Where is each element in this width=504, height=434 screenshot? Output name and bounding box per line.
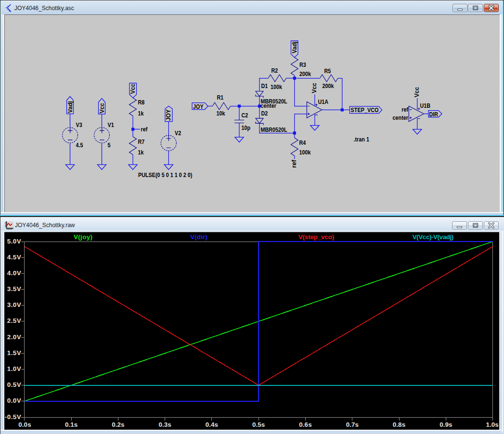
svg-text:Vcc: Vcc [129,83,136,94]
svg-text:R4: R4 [299,140,306,146]
svg-text:4.5V: 4.5V [7,254,21,261]
svg-text:R2: R2 [271,67,278,74]
svg-text:200k: 200k [299,71,311,77]
svg-text:1k: 1k [138,110,144,117]
svg-text:3.0V: 3.0V [7,301,21,308]
svg-text:100k: 100k [299,149,311,156]
svg-text:10p: 10p [242,125,251,131]
svg-text:2.0V: 2.0V [7,333,21,341]
svg-text:V(dir): V(dir) [190,233,207,241]
svg-text:1.5V: 1.5V [7,349,21,357]
svg-text:1k: 1k [138,149,144,156]
svg-text:Vcc: Vcc [99,103,105,114]
svg-text:R7: R7 [138,139,145,145]
svg-text:R1: R1 [217,94,224,101]
svg-text:JOY: JOY [165,109,172,121]
svg-text:0.5V: 0.5V [7,381,21,388]
svg-text:4.5: 4.5 [76,142,83,149]
svg-text:0.0s: 0.0s [18,421,31,428]
svg-text:1.0s: 1.0s [486,421,498,428]
svg-text:2.5V: 2.5V [7,317,21,324]
svg-text:V(joy): V(joy) [74,233,92,241]
svg-text:Vcc: Vcc [311,83,318,93]
svg-text:D2: D2 [261,110,268,117]
svg-text:0.9s: 0.9s [439,421,452,428]
svg-text:0.1s: 0.1s [65,421,78,428]
svg-text:.tran 1: .tran 1 [354,136,370,143]
svg-text:U1B: U1B [420,102,431,109]
svg-text:V(step_vco): V(step_vco) [298,233,335,241]
svg-text:V2: V2 [175,130,181,137]
svg-text:R3: R3 [299,62,306,68]
svg-text:U1A: U1A [318,99,329,105]
svg-text:R8: R8 [138,99,145,106]
svg-text:V3: V3 [76,122,82,128]
svg-text:0.4s: 0.4s [206,421,218,428]
svg-text:-0.5V: -0.5V [5,413,21,421]
svg-text:ref: ref [291,159,297,168]
svg-text:STEP_VCO: STEP_VCO [351,107,379,114]
svg-text:R5: R5 [324,68,331,75]
svg-text:200k: 200k [323,83,334,89]
svg-text:V1: V1 [108,122,114,128]
svg-text:Vadj: Vadj [291,41,298,53]
svg-text:100k: 100k [271,84,282,90]
svg-text:D1: D1 [261,83,268,89]
svg-text:4.0V: 4.0V [7,269,21,277]
svg-text:0.2s: 0.2s [112,421,124,428]
svg-text:ref: ref [141,126,148,133]
svg-text:PULSE(0 5 0 1 1 0 2 0): PULSE(0 5 0 1 1 0 2 0) [138,172,192,179]
svg-text:center: center [261,102,277,109]
svg-text:0.8s: 0.8s [393,421,405,428]
svg-text:V(Vcc)-V(vadj): V(Vcc)-V(vadj) [413,233,454,241]
svg-text:center: center [393,115,409,121]
svg-text:Vcc: Vcc [414,87,420,97]
svg-text:Vadj: Vadj [67,101,74,113]
svg-text:DIR: DIR [429,111,439,118]
svg-text:0.0V: 0.0V [7,397,21,404]
svg-text:0.5s: 0.5s [252,421,265,428]
svg-text:10k: 10k [217,110,225,117]
svg-text:3.5V: 3.5V [7,285,21,293]
svg-text:C2: C2 [242,112,248,119]
svg-text:0.6s: 0.6s [299,421,311,428]
svg-text:5: 5 [108,142,111,149]
svg-text:ref: ref [401,106,409,113]
svg-text:5.0V: 5.0V [7,238,21,245]
svg-text:0.3s: 0.3s [158,421,171,428]
svg-text:0.7s: 0.7s [346,421,359,428]
svg-text:JOY: JOY [193,103,204,110]
svg-text:1.0V: 1.0V [7,365,21,372]
svg-text:MBR0520L: MBR0520L [261,127,287,133]
